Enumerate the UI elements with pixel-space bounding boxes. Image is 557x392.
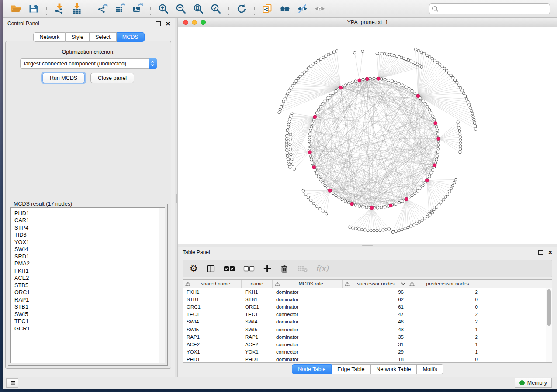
zoom-out-button[interactable] (173, 2, 188, 16)
show-all-button[interactable] (312, 2, 327, 16)
memory-button[interactable]: Memory (515, 378, 552, 388)
cell: ACE2 (242, 342, 273, 347)
tab-network-table[interactable]: Network Table (371, 364, 417, 374)
zoom-selected-button[interactable] (208, 2, 223, 16)
cell: connector (273, 312, 343, 317)
mcds-result-item[interactable]: YOX1 (11, 238, 165, 246)
import-table-button[interactable] (69, 2, 84, 16)
mcds-result-list[interactable]: PHD1CAR1STP4TID3YOX1SWI4SRD1PMA2FKH1ACE2… (10, 207, 165, 363)
column-header-shared-name[interactable]: shared name (183, 280, 242, 288)
zoom-in-button[interactable] (156, 2, 171, 16)
zoom-fit-button[interactable] (191, 2, 206, 16)
function-builder-button[interactable]: f(x) (315, 263, 329, 274)
tab-select[interactable]: Select (90, 32, 117, 42)
table-row-SWI4[interactable]: SWI4SWI4dominator462 (183, 318, 552, 326)
criterion-dropdown[interactable]: largest connected component (undirected) (20, 58, 157, 69)
tab-style[interactable]: Style (66, 32, 90, 42)
first-neighbors-button[interactable] (277, 2, 292, 16)
cell: ORC1 (242, 304, 273, 309)
scrollbar-thumb[interactable] (547, 289, 551, 326)
export-table-button[interactable] (113, 2, 128, 16)
network-canvas[interactable] (178, 27, 557, 244)
control-panel: Control Panel ✕ NetworkStyleSelectMCDS O… (3, 18, 175, 377)
save-session-button[interactable] (26, 2, 41, 16)
refresh-layout-button[interactable] (234, 2, 249, 16)
cell: FKH1 (183, 289, 242, 295)
mcds-result-item[interactable]: SWI5 (11, 310, 165, 318)
export-network-button[interactable] (95, 2, 110, 16)
select-all-button[interactable] (223, 265, 236, 273)
table-row-TEC1[interactable]: TEC1TEC1connector472 (183, 311, 552, 318)
table-row-FKH1[interactable]: FKH1FKH1dominator962 (183, 288, 552, 296)
table-scrollbar[interactable] (546, 288, 552, 362)
cell: RAP1 (242, 334, 273, 340)
zoom-fit-icon (193, 3, 204, 14)
mcds-result-item[interactable]: STB5 (11, 282, 165, 289)
vertical-splitter[interactable] (175, 18, 178, 377)
tab-network[interactable]: Network (33, 32, 66, 42)
tab-edge-table[interactable]: Edge Table (332, 364, 370, 374)
cell: 2 (407, 312, 481, 317)
column-header-MCDS-role[interactable]: MCDS role (273, 280, 343, 288)
mcds-result-item[interactable]: RAP1 (11, 296, 165, 303)
mcds-result-item[interactable]: STP4 (11, 224, 165, 231)
column-header-predecessor-nodes[interactable]: predecessor nodes (407, 280, 481, 288)
mcds-result-item[interactable]: STB1 (11, 303, 165, 311)
search-input[interactable] (429, 3, 550, 14)
node-table: shared namenameMCDS rolesuccessor nodesp… (183, 279, 552, 363)
criterion-selected-value: largest connected component (undirected) (21, 61, 149, 67)
delete-table-button[interactable] (296, 264, 308, 273)
mcds-result-item[interactable]: ORC1 (11, 289, 165, 296)
float-panel-icon[interactable] (156, 21, 161, 26)
table-row-ORC1[interactable]: ORC1ORC1dominator610 (183, 303, 552, 310)
hide-selected-button[interactable] (295, 2, 310, 16)
mcds-result-item[interactable]: CAR1 (11, 217, 165, 224)
table-row-RAP1[interactable]: RAP1RAP1dominator352 (183, 333, 552, 340)
tab-node-table[interactable]: Node Table (292, 364, 332, 374)
table-settings-button[interactable]: ⚙ (189, 263, 199, 274)
tab-motifs[interactable]: Motifs (417, 364, 443, 374)
export-image-button[interactable] (130, 2, 145, 16)
mcds-result-item[interactable]: SRD1 (11, 253, 165, 260)
checked-boxes-icon (224, 265, 235, 272)
mcds-result-item[interactable]: TID3 (11, 231, 165, 239)
network-window-titlebar: YPA_prune.txt_1 (178, 18, 557, 27)
show-panels-button[interactable] (6, 378, 18, 388)
column-header-name[interactable]: name (242, 280, 273, 288)
table-row-STB1[interactable]: STB1STB1dominator620 (183, 296, 552, 303)
close-panel-icon[interactable]: ✕ (548, 250, 553, 255)
cell: RAP1 (183, 334, 242, 340)
cell: connector (273, 327, 343, 332)
table-panel-header: Table Panel ✕ (178, 247, 557, 258)
show-column-button[interactable] (205, 263, 216, 274)
close-panel-button[interactable]: Close panel (90, 73, 134, 83)
mcds-result-item[interactable]: SWI4 (11, 246, 165, 253)
mcds-result-item[interactable]: GCR1 (11, 325, 165, 332)
table-row-SWI5[interactable]: SWI5SWI5connector431 (183, 326, 552, 333)
mcds-result-item[interactable]: TEC1 (11, 318, 165, 325)
cell: 96 (343, 289, 407, 295)
mcds-result-item[interactable]: ACE2 (11, 275, 165, 282)
result-list-scrollbar[interactable] (159, 208, 165, 363)
table-row-ACE2[interactable]: ACE2ACE2connector311 (183, 340, 552, 348)
main-toolbar (3, 0, 557, 18)
float-panel-icon[interactable] (538, 250, 543, 255)
clone-network-button[interactable] (260, 2, 275, 16)
cell: FKH1 (242, 289, 273, 295)
open-file-button[interactable] (9, 2, 24, 16)
tab-mcds[interactable]: MCDS (117, 32, 145, 42)
mcds-result-item[interactable]: FKH1 (11, 267, 165, 275)
close-panel-icon[interactable]: ✕ (166, 21, 170, 26)
delete-column-button[interactable] (279, 263, 290, 274)
add-column-button[interactable] (262, 263, 273, 274)
run-mcds-button[interactable]: Run MCDS (42, 73, 85, 83)
column-header-successor-nodes[interactable]: successor nodes (343, 280, 407, 288)
mcds-result-item[interactable]: PMA2 (11, 260, 165, 268)
export-table-icon (114, 3, 126, 14)
table-row-YOX1[interactable]: YOX1YOX1connector291 (183, 348, 552, 356)
table-row-PHD1[interactable]: PHD1PHD1dominator180 (183, 356, 552, 363)
mcds-result-item[interactable]: PHD1 (11, 210, 165, 217)
import-network-button[interactable] (52, 2, 67, 16)
deselect-all-button[interactable] (242, 265, 256, 273)
mcds-result-group: MCDS result (17 nodes) PHD1CAR1STP4TID3Y… (8, 204, 168, 366)
